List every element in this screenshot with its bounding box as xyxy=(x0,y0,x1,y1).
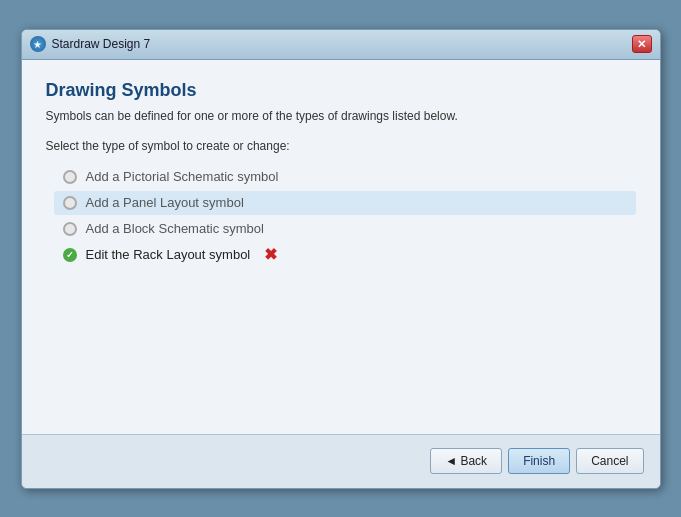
title-bar: ★ Stardraw Design 7 ✕ xyxy=(22,30,660,60)
option-label-panel: Add a Panel Layout symbol xyxy=(86,195,244,210)
instruction-text: Select the type of symbol to create or c… xyxy=(46,139,636,153)
close-button[interactable]: ✕ xyxy=(632,35,652,53)
option-pictorial[interactable]: Add a Pictorial Schematic symbol xyxy=(54,165,636,189)
active-icon: ✓ xyxy=(63,248,77,262)
option-block[interactable]: Add a Block Schematic symbol xyxy=(54,217,636,241)
option-icon-block xyxy=(62,221,78,237)
option-icon-pictorial xyxy=(62,169,78,185)
cancel-button[interactable]: Cancel xyxy=(576,448,643,474)
inactive-icon xyxy=(63,196,77,210)
delete-rack-icon[interactable]: ✖ xyxy=(262,247,278,263)
option-icon-rack: ✓ xyxy=(62,247,78,263)
page-title: Drawing Symbols xyxy=(46,80,636,101)
main-window: ★ Stardraw Design 7 ✕ Drawing Symbols Sy… xyxy=(21,29,661,489)
option-rack[interactable]: ✓ Edit the Rack Layout symbol ✖ xyxy=(54,243,636,267)
option-panel[interactable]: Add a Panel Layout symbol xyxy=(54,191,636,215)
option-label-pictorial: Add a Pictorial Schematic symbol xyxy=(86,169,279,184)
option-label-rack: Edit the Rack Layout symbol xyxy=(86,247,251,262)
option-label-block: Add a Block Schematic symbol xyxy=(86,221,264,236)
page-description: Symbols can be defined for one or more o… xyxy=(46,109,636,123)
inactive-icon xyxy=(63,222,77,236)
app-icon: ★ xyxy=(30,36,46,52)
options-list: Add a Pictorial Schematic symbol Add a P… xyxy=(54,165,636,267)
window-title: Stardraw Design 7 xyxy=(52,37,151,51)
inactive-icon xyxy=(63,170,77,184)
back-button[interactable]: ◄ Back xyxy=(430,448,502,474)
finish-button[interactable]: Finish xyxy=(508,448,570,474)
option-icon-panel xyxy=(62,195,78,211)
title-bar-left: ★ Stardraw Design 7 xyxy=(30,36,151,52)
footer: ◄ Back Finish Cancel xyxy=(22,434,660,488)
content-area: Drawing Symbols Symbols can be defined f… xyxy=(22,60,660,434)
